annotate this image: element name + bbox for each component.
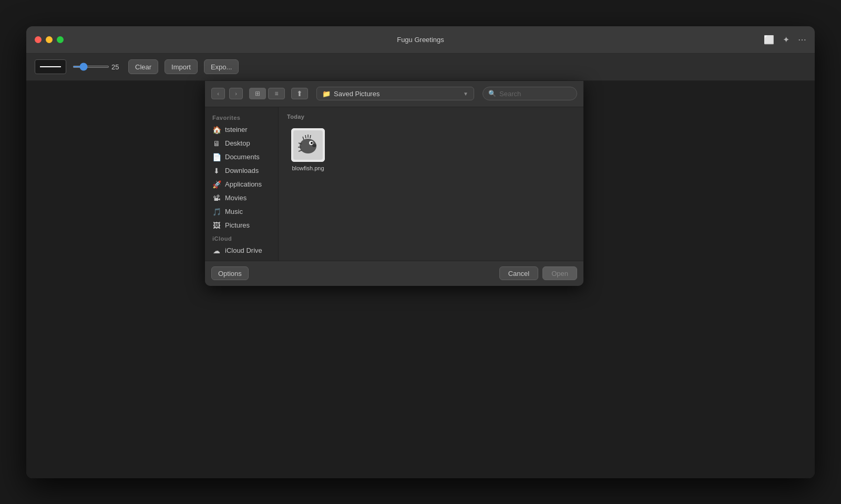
folder-up-icon: ⬆ xyxy=(296,89,303,98)
sidebar-item-label: Movies xyxy=(225,194,247,202)
grid-icon: ⊞ xyxy=(255,90,260,97)
clear-button[interactable]: Clear xyxy=(128,59,158,74)
close-button[interactable] xyxy=(35,36,42,43)
cancel-button[interactable]: Cancel xyxy=(499,266,538,280)
blowfish-image xyxy=(291,128,325,162)
slider-container: 25 xyxy=(73,63,122,71)
home-icon: 🏠 xyxy=(212,126,221,134)
ellipsis-icon[interactable]: ⋯ xyxy=(798,35,806,45)
applications-icon: 🚀 xyxy=(212,180,221,189)
chevron-right-icon: › xyxy=(235,90,237,97)
icloud-label: iCloud xyxy=(205,232,278,244)
file-grid: blowfish.png xyxy=(287,125,575,174)
sidebar-item-icloud-drive[interactable]: ☁ iCloud Drive xyxy=(205,244,278,258)
folder-icon: 📁 xyxy=(322,90,331,98)
document-icon[interactable]: ⬜ xyxy=(764,35,774,45)
app-content: ‹ › ⊞ ≡ ⬆ 📁 Saved xyxy=(26,81,815,478)
mac-window: Fugu Greetings ⬜ ✦ ⋯ 25 Clear Import Exp… xyxy=(26,26,815,478)
file-thumbnail xyxy=(291,128,325,162)
file-open-dialog: ‹ › ⊞ ≡ ⬆ 📁 Saved xyxy=(205,81,583,286)
toolbar: 25 Clear Import Expo... xyxy=(26,54,815,81)
brush-size-slider[interactable] xyxy=(73,66,109,68)
sidebar-item-music[interactable]: 🎵 Music xyxy=(205,205,278,219)
sidebar-item-downloads[interactable]: ⬇ Downloads xyxy=(205,164,278,178)
grid-view-button[interactable]: ⊞ xyxy=(249,88,266,99)
location-text: Saved Pictures xyxy=(334,90,460,98)
sidebar-item-desktop[interactable]: 🖥 Desktop xyxy=(205,137,278,150)
view-buttons: ⊞ ≡ xyxy=(249,88,285,99)
file-item-blowfish[interactable]: blowfish.png xyxy=(287,125,329,174)
dropdown-chevron-icon: ▼ xyxy=(463,91,468,97)
sidebar-item-documents[interactable]: 📄 Documents xyxy=(205,150,278,164)
svg-point-11 xyxy=(312,144,316,147)
sidebar-item-label: iCloud Drive xyxy=(225,246,262,254)
search-box[interactable]: 🔍 xyxy=(483,87,577,100)
sidebar-item-label: Desktop xyxy=(225,139,250,147)
blowfish-svg xyxy=(293,130,323,160)
file-name: blowfish.png xyxy=(292,165,324,171)
open-button[interactable]: Open xyxy=(542,266,577,280)
sidebar-item-tsteiner[interactable]: 🏠 tsteiner xyxy=(205,123,278,137)
brush-preview xyxy=(35,59,66,74)
sidebar-item-label: Downloads xyxy=(225,167,259,174)
svg-line-5 xyxy=(305,135,306,138)
sidebar-item-label: Music xyxy=(225,208,243,215)
title-bar: Fugu Greetings ⬜ ✦ ⋯ xyxy=(26,26,815,54)
music-icon: 🎵 xyxy=(212,208,221,216)
export-button[interactable]: Expo... xyxy=(204,59,239,74)
downloads-icon: ⬇ xyxy=(212,167,221,175)
slider-value: 25 xyxy=(111,63,122,71)
dialog-main: Today xyxy=(279,107,583,261)
puzzle-icon[interactable]: ✦ xyxy=(783,35,789,45)
sidebar-item-movies[interactable]: 📽 Movies xyxy=(205,191,278,205)
desktop-icon: 🖥 xyxy=(212,139,221,148)
sidebar: Favorites 🏠 tsteiner 🖥 Desktop 📄 Documen… xyxy=(205,107,279,261)
list-view-button[interactable]: ≡ xyxy=(268,88,285,99)
chevron-left-icon: ‹ xyxy=(217,90,219,97)
traffic-lights xyxy=(35,36,64,43)
window-title: Fugu Greetings xyxy=(397,36,444,44)
forward-button[interactable]: › xyxy=(229,88,243,99)
sidebar-item-label: Applications xyxy=(225,180,262,188)
minimize-button[interactable] xyxy=(46,36,53,43)
movies-icon: 📽 xyxy=(212,194,221,202)
svg-point-3 xyxy=(311,142,313,144)
maximize-button[interactable] xyxy=(57,36,64,43)
search-input[interactable] xyxy=(499,90,562,98)
location-dropdown[interactable]: 📁 Saved Pictures ▼ xyxy=(316,87,474,100)
sidebar-item-label: Pictures xyxy=(225,221,250,229)
dialog-toolbar: ‹ › ⊞ ≡ ⬆ 📁 Saved xyxy=(205,81,583,107)
search-icon: 🔍 xyxy=(488,90,496,97)
folder-up-button[interactable]: ⬆ xyxy=(291,88,308,99)
svg-line-7 xyxy=(310,135,311,138)
sidebar-item-pictures[interactable]: 🖼 Pictures xyxy=(205,219,278,232)
sidebar-item-label: Documents xyxy=(225,153,260,161)
back-button[interactable]: ‹ xyxy=(211,88,225,99)
dialog-body: Favorites 🏠 tsteiner 🖥 Desktop 📄 Documen… xyxy=(205,107,583,261)
icloud-icon: ☁ xyxy=(212,246,221,255)
footer-actions: Cancel Open xyxy=(499,266,577,280)
list-icon: ≡ xyxy=(274,90,278,97)
import-button[interactable]: Import xyxy=(165,59,198,74)
favorites-label: Favorites xyxy=(205,111,278,123)
today-section-label: Today xyxy=(287,114,575,120)
sidebar-item-applications[interactable]: 🚀 Applications xyxy=(205,178,278,191)
pictures-icon: 🖼 xyxy=(212,221,221,230)
options-button[interactable]: Options xyxy=(211,266,249,280)
title-bar-icons: ⬜ ✦ ⋯ xyxy=(764,35,806,45)
documents-icon: 📄 xyxy=(212,153,221,161)
dialog-footer: Options Cancel Open xyxy=(205,261,583,286)
sidebar-item-label: tsteiner xyxy=(225,126,248,133)
brush-line xyxy=(40,66,61,67)
